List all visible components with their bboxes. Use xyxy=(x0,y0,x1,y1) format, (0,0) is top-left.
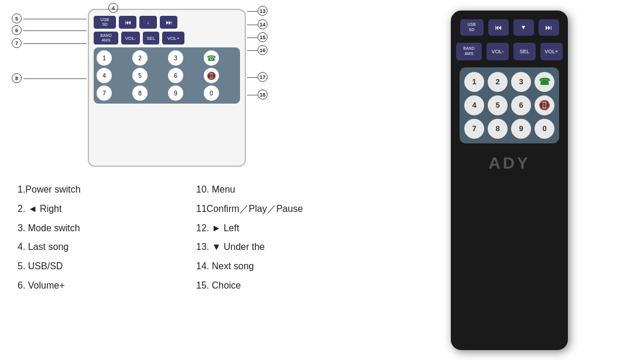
label-13: 13. ▼ Under the xyxy=(196,239,375,256)
diag-key-0: 0 xyxy=(204,85,219,101)
line-16 xyxy=(247,50,258,51)
callout-13: 13 xyxy=(258,6,268,16)
diag-band-btn: BANDAMS xyxy=(94,32,118,44)
line-15 xyxy=(247,37,258,38)
label-3: 3. Mode switch xyxy=(18,220,196,237)
label-2: 2. ◄ Right xyxy=(18,201,196,218)
label-14: 14. Next song xyxy=(196,258,375,275)
diag-key-5: 5 xyxy=(132,68,148,83)
diag-top-row: USBSD ⏮ ↓ ⏭ xyxy=(94,16,240,29)
label-6: 6. Volume+ xyxy=(18,277,196,294)
labels-section: 1.Power switch 2. ◄ Right 3. Mode switch… xyxy=(18,181,375,294)
callout-14: 14 xyxy=(258,19,268,29)
device-brand-text: ADY xyxy=(488,154,530,173)
callout-6: 6 xyxy=(12,25,22,35)
device-usb-sd-btn: USBSD xyxy=(460,19,484,36)
device-numpad: 1 2 3 ☎ 4 5 6 📵 7 8 9 0 xyxy=(460,67,559,143)
device-key-0: 0 xyxy=(535,119,554,139)
right-panel: USBSD ⏮ ▼ ⏭ BANDAMS VOL- SEL VOL+ 1 2 3 … xyxy=(375,0,644,360)
line-17 xyxy=(247,77,258,78)
diag-vol-plus-btn: VOL+ xyxy=(162,32,184,44)
callout-5: 5 xyxy=(12,13,22,23)
device-key-7: 7 xyxy=(464,119,484,139)
label-4: 4. Last song xyxy=(18,239,196,256)
label-12: 12. ► Left xyxy=(196,220,375,237)
device-vol-plus-btn: VOL+ xyxy=(540,43,563,60)
diag-sel-btn: SEL xyxy=(143,32,159,44)
device-key-9: 9 xyxy=(511,119,531,139)
diag-key-3: 3 xyxy=(168,50,183,66)
diag-key-8: 8 xyxy=(132,85,148,101)
line-5 xyxy=(23,19,87,19)
label-5: 5. USB/SD xyxy=(18,258,196,275)
line-14 xyxy=(247,25,258,25)
device-key-6: 6 xyxy=(511,95,531,115)
device-key-call-red: 📵 xyxy=(535,95,554,115)
diag-key-2: 2 xyxy=(132,50,148,66)
callout-8: 8 xyxy=(12,73,22,83)
line-13 xyxy=(247,11,258,12)
diag-usb-sd-btn: USBSD xyxy=(94,16,116,29)
device-top-row: USBSD ⏮ ▼ ⏭ xyxy=(460,19,559,36)
device-vol-minus-btn: VOL- xyxy=(487,43,509,60)
label-15: 15. Choice xyxy=(196,277,375,294)
label-10: 10. Menu xyxy=(196,181,375,198)
device-band-btn: BANDAMS xyxy=(456,43,482,60)
left-panel: USBSD ⏮ ↓ ⏭ BANDAMS VOL- SEL VOL+ 1 2 3 xyxy=(0,0,375,360)
device-key-4: 4 xyxy=(464,95,484,115)
device-next-btn: ⏭ xyxy=(539,19,559,36)
line-7 xyxy=(23,43,87,44)
diag-second-row: BANDAMS VOL- SEL VOL+ xyxy=(94,32,240,44)
callout-7: 7 xyxy=(12,38,22,48)
main-container: USBSD ⏮ ↓ ⏭ BANDAMS VOL- SEL VOL+ 1 2 3 xyxy=(0,0,644,360)
callout-15: 15 xyxy=(258,32,268,42)
callout-4: 4 xyxy=(108,3,118,13)
device-prev-btn: ⏮ xyxy=(488,19,509,36)
device-play-btn: ▼ xyxy=(513,19,534,36)
diag-key-7: 7 xyxy=(97,85,112,101)
line-6 xyxy=(23,30,87,31)
diag-key-9: 9 xyxy=(168,85,183,101)
device-key-1: 1 xyxy=(464,72,484,92)
diag-numpad: 1 2 3 ☎ 4 5 6 📵 7 8 9 0 xyxy=(94,47,240,104)
labels-columns: 1.Power switch 2. ◄ Right 3. Mode switch… xyxy=(18,181,375,294)
callout-17: 17 xyxy=(258,72,268,82)
diag-play-btn: ↓ xyxy=(139,16,157,29)
diag-key-call-green: ☎ xyxy=(204,50,219,66)
labels-left-col: 1.Power switch 2. ◄ Right 3. Mode switch… xyxy=(18,181,196,294)
remote-diagram: USBSD ⏮ ↓ ⏭ BANDAMS VOL- SEL VOL+ 1 2 3 xyxy=(88,9,246,167)
diag-next-btn: ⏭ xyxy=(160,16,177,29)
label-1: 1.Power switch xyxy=(18,181,196,198)
line-18 xyxy=(247,95,258,95)
diag-key-1: 1 xyxy=(97,50,112,66)
diag-key-6: 6 xyxy=(168,68,183,83)
diag-key-4: 4 xyxy=(97,68,112,83)
labels-right-col: 10. Menu 11Confirm／Play／Pause 12. ► Left… xyxy=(196,181,375,294)
device-second-row: BANDAMS VOL- SEL VOL+ xyxy=(456,43,563,60)
device-key-3: 3 xyxy=(511,72,531,92)
diag-key-call-red: 📵 xyxy=(204,68,219,83)
callout-18: 18 xyxy=(258,90,268,100)
device-key-2: 2 xyxy=(488,72,508,92)
diag-vol-minus-btn: VOL- xyxy=(121,32,140,44)
diag-prev-btn: ⏮ xyxy=(119,16,136,29)
line-8 xyxy=(23,78,87,79)
device-sel-btn: SEL xyxy=(513,43,536,60)
device-key-call-green: ☎ xyxy=(535,72,554,92)
diagram-wrapper: USBSD ⏮ ↓ ⏭ BANDAMS VOL- SEL VOL+ 1 2 3 xyxy=(12,3,351,176)
device-key-5: 5 xyxy=(488,95,508,115)
label-11: 11Confirm／Play／Pause xyxy=(196,201,375,218)
device-key-8: 8 xyxy=(488,119,508,139)
callout-16: 16 xyxy=(258,45,268,55)
remote-device-photo: USBSD ⏮ ▼ ⏭ BANDAMS VOL- SEL VOL+ 1 2 3 … xyxy=(451,11,568,350)
